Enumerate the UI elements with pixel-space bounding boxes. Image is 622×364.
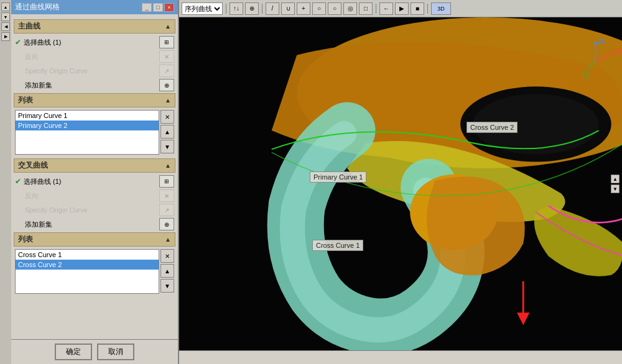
select-primary-label: 选择曲线 (1) (24, 38, 159, 47)
vp-btn-slash[interactable]: / (266, 2, 279, 15)
specify-origin-cross-btn[interactable]: ↗ (159, 204, 174, 216)
select-primary-curve-row: ✔ 选择曲线 (1) ⊞ (14, 36, 175, 48)
sidebar-btn-3[interactable]: ◀ (1, 22, 10, 31)
vp-btn-circle1[interactable]: ○ (312, 2, 326, 15)
vp-btn-bullseye[interactable]: ◎ (343, 2, 357, 15)
cross-curve-2-label: Cross Curve 2 (466, 122, 518, 133)
vp-btn-3d[interactable]: 3D (431, 2, 451, 15)
cross-list-down-btn[interactable]: ▼ (160, 279, 174, 293)
right-nav-up[interactable]: ▲ (611, 175, 620, 183)
vp-sep-3 (376, 4, 376, 14)
reverse-cross-label: 反向 (25, 191, 159, 201)
vp-sep-1 (226, 4, 226, 14)
select-cross-label: 选择曲线 (1) (24, 177, 159, 186)
viewport-container: 序列曲线 ↑↓ ⊕ / ∪ + ○ ○ ◎ □ ← ▶ ■ 3D (179, 0, 622, 364)
svg-text:YC: YC (582, 73, 590, 80)
cross-curve-2-item[interactable]: Cross Curve 2 (16, 260, 159, 270)
primary-list-label: 列表 (18, 95, 33, 106)
right-nav-down[interactable]: ▼ (611, 184, 620, 193)
add-new-set-cross-label: 添加新集 (25, 220, 159, 229)
add-new-set-primary-btn[interactable]: ⊕ (159, 79, 174, 91)
left-sidebar: ▲ ▼ ◀ ▶ (0, 0, 11, 364)
cross-list: Cross Curve 1 Cross Curve 2 (15, 249, 159, 294)
select-cross-btn[interactable]: ⊞ (159, 175, 174, 188)
primary-list: Primary Curve 1 Primary Curve 2 (15, 110, 159, 155)
primary-list-collapse[interactable]: ▲ (165, 97, 171, 104)
select-cross-curve-row: ✔ 选择曲线 (1) ⊞ (14, 175, 175, 188)
vp-btn-play[interactable]: ▶ (395, 2, 409, 15)
cross-collapse-btn[interactable]: ▲ (165, 162, 171, 169)
primary-list-side-btns: ✕ ▲ ▼ (160, 110, 174, 155)
minimize-button[interactable]: _ (142, 3, 152, 12)
check-icon-primary: ✔ (15, 38, 21, 47)
scene-svg: ZC XC YC (179, 17, 622, 350)
vp-btn-curve[interactable]: ∪ (281, 2, 295, 15)
reverse-primary-row: 反向 ✕ (14, 50, 175, 63)
vp-btn-plus[interactable]: ⊕ (245, 2, 259, 15)
restore-button[interactable]: □ (153, 3, 163, 12)
cross-list-container: Cross Curve 1 Cross Curve 2 ✕ ▲ ▼ (15, 249, 174, 294)
svg-text:ZC: ZC (598, 39, 606, 45)
primary-curve-1-label: Primary Curve 1 (310, 171, 366, 183)
cancel-button[interactable]: 取消 (97, 344, 134, 360)
reverse-cross-btn[interactable]: ✕ (159, 189, 174, 202)
primary-list-container: Primary Curve 1 Primary Curve 2 ✕ ▲ ▼ (15, 110, 174, 155)
vp-sep-2 (262, 4, 262, 14)
add-new-set-cross-btn[interactable]: ⊕ (159, 218, 174, 230)
select-primary-btn[interactable]: ⊞ (159, 36, 174, 48)
add-new-set-primary-row: 添加新集 ⊕ (14, 79, 175, 91)
cross-list-label: 列表 (18, 234, 33, 245)
specify-origin-cross-label: Specify Origin Curve (25, 206, 159, 214)
primary-section-title: 主曲线 (18, 21, 40, 32)
primary-list-delete-btn[interactable]: ✕ (160, 110, 174, 124)
sidebar-btn-4[interactable]: ▶ (1, 32, 10, 41)
primary-list-header: 列表 ▲ (14, 93, 175, 107)
curve-mesh-dialog: 通过曲线网格 _ □ × 主曲线 ▲ ✔ 选择曲线 (1) ⊞ (11, 0, 179, 364)
vp-btn-circle2[interactable]: ○ (328, 2, 341, 15)
dialog-title: 通过曲线网格 (15, 2, 60, 12)
vp-btn-arrows[interactable]: ↑↓ (230, 2, 243, 15)
specify-origin-primary-btn[interactable]: ↗ (159, 65, 174, 77)
viewport-toolbar: 序列曲线 ↑↓ ⊕ / ∪ + ○ ○ ◎ □ ← ▶ ■ 3D (179, 0, 622, 17)
primary-curve-1-item[interactable]: Primary Curve 1 (16, 111, 159, 121)
reverse-cross-row: 反向 ✕ (14, 189, 175, 202)
svg-text:XC: XC (616, 48, 622, 55)
status-bar (179, 350, 622, 364)
right-nav-buttons: ▲ ▼ (611, 175, 620, 193)
reverse-primary-label: 反向 (25, 52, 159, 61)
cross-list-delete-btn[interactable]: ✕ (160, 249, 174, 263)
check-icon-cross: ✔ (15, 177, 21, 186)
specify-origin-primary-row: Specify Origin Curve ↗ (14, 65, 175, 77)
vp-btn-arrow-left[interactable]: ← (379, 2, 393, 15)
close-button[interactable]: × (164, 3, 174, 12)
cross-curve-1-label: Cross Curve 1 (312, 240, 363, 251)
sidebar-btn-1[interactable]: ▲ (1, 2, 10, 11)
dialog-bottom-buttons: 确定 取消 (11, 339, 178, 364)
vp-btn-stop[interactable]: ■ (411, 2, 424, 15)
add-new-set-cross-row: 添加新集 ⊕ (14, 218, 175, 230)
cross-list-collapse[interactable]: ▲ (165, 236, 171, 243)
primary-collapse-btn[interactable]: ▲ (165, 23, 171, 30)
add-new-set-primary-label: 添加新集 (25, 81, 159, 90)
vp-btn-crosshair[interactable]: + (297, 2, 310, 15)
cross-list-up-btn[interactable]: ▲ (160, 264, 174, 278)
primary-list-up-btn[interactable]: ▲ (160, 125, 174, 139)
reverse-primary-btn[interactable]: ✕ (159, 50, 174, 63)
cross-section-title: 交叉曲线 (18, 160, 48, 171)
primary-list-down-btn[interactable]: ▼ (160, 140, 174, 153)
primary-curve-2-item[interactable]: Primary Curve 2 (16, 121, 159, 130)
specify-origin-cross-row: Specify Origin Curve ↗ (14, 204, 175, 216)
ok-button[interactable]: 确定 (55, 344, 92, 360)
vp-btn-square[interactable]: □ (359, 2, 373, 15)
main-area: ▲ ▼ ◀ ▶ 通过曲线网格 _ □ × 主曲线 ▲ (0, 0, 622, 364)
cross-list-header: 列表 ▲ (14, 232, 175, 247)
sidebar-btn-2[interactable]: ▼ (1, 12, 10, 21)
3d-viewport[interactable]: ZC XC YC Primary Curve 1 Cross Curve 1 C (179, 17, 622, 350)
cross-list-side-btns: ✕ ▲ ▼ (160, 249, 174, 294)
vp-sep-4 (427, 4, 428, 14)
curve-type-select[interactable]: 序列曲线 (182, 2, 223, 15)
title-controls: _ □ × (142, 3, 174, 12)
primary-section-header: 主曲线 ▲ (14, 19, 175, 34)
panel-scroll-area: 主曲线 ▲ ✔ 选择曲线 (1) ⊞ 反向 ✕ (11, 14, 178, 339)
cross-curve-1-item[interactable]: Cross Curve 1 (16, 250, 159, 260)
